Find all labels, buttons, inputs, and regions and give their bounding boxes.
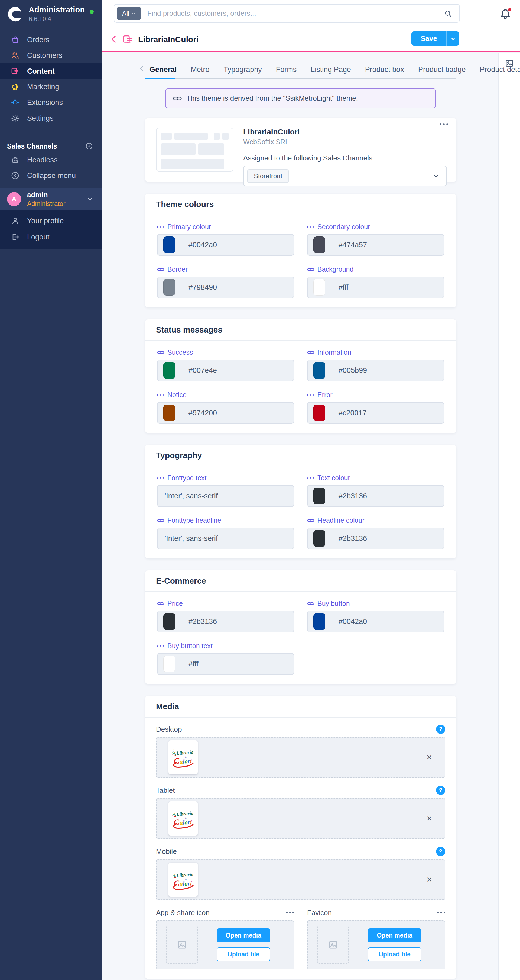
user-menu-item-profile[interactable]: Your profile <box>0 213 102 229</box>
global-search[interactable]: All <box>114 4 460 23</box>
media-slot-label: Desktop <box>156 725 182 733</box>
color-input[interactable]: #0042a0 <box>307 611 444 632</box>
sidebar-item-extensions[interactable]: Extensions <box>0 95 102 110</box>
notification-bell-button[interactable] <box>499 8 511 20</box>
upload-file-button[interactable]: Upload file <box>368 947 421 961</box>
save-context-button[interactable] <box>446 32 459 46</box>
tab-metro[interactable]: Metro <box>184 64 217 75</box>
help-icon[interactable]: ? <box>436 786 445 795</box>
color-swatch[interactable] <box>163 237 175 253</box>
inheritance-link-icon[interactable] <box>157 517 164 524</box>
sidebar-item-settings[interactable]: Settings <box>0 110 102 126</box>
upload-dropzone[interactable]: Open media Upload file <box>156 921 294 969</box>
help-icon[interactable]: ? <box>436 847 445 856</box>
open-media-button[interactable]: Open media <box>217 928 270 942</box>
color-input[interactable]: #005b99 <box>307 360 444 381</box>
tabs-scroll-left-icon[interactable] <box>138 65 145 72</box>
color-swatch[interactable] <box>313 613 325 630</box>
upload-dropzone[interactable]: Open media Upload file <box>307 921 445 969</box>
color-input[interactable]: #c20017 <box>307 402 444 424</box>
color-input[interactable]: #fff <box>157 653 294 675</box>
color-swatch[interactable] <box>163 655 175 672</box>
sidebar-item-headless[interactable]: Headless <box>0 152 102 168</box>
sales-channel-select[interactable]: Storefront <box>243 166 447 186</box>
inheritance-link-icon[interactable] <box>157 643 164 649</box>
slot-context-menu-button[interactable] <box>286 912 294 913</box>
help-icon[interactable]: ? <box>436 725 445 734</box>
text-input[interactable]: 'Inter', sans-serif <box>157 528 294 549</box>
color-input[interactable]: #798490 <box>157 277 294 298</box>
color-input[interactable]: #2b3136 <box>307 485 444 507</box>
inheritance-link-icon[interactable] <box>157 600 164 607</box>
inheritance-link-icon[interactable] <box>157 266 164 273</box>
inheritance-link-icon[interactable] <box>157 349 164 356</box>
color-swatch[interactable] <box>313 237 325 253</box>
content-cms-icon <box>11 67 19 75</box>
save-button[interactable]: Save <box>412 32 446 46</box>
color-swatch[interactable] <box>163 279 175 296</box>
user-menu-item-logout[interactable]: Logout <box>0 229 102 245</box>
text-input[interactable]: 'Inter', sans-serif <box>157 485 294 507</box>
sidebar-item-collapse-menu[interactable]: Collapse menu <box>0 168 102 183</box>
color-input[interactable]: #2b3136 <box>307 528 444 549</box>
search-input[interactable] <box>147 9 443 18</box>
field-label: Primary colour <box>167 223 211 231</box>
back-chevron-icon[interactable] <box>109 34 119 45</box>
color-swatch[interactable] <box>313 362 325 379</box>
upload-file-button[interactable]: Upload file <box>217 947 270 961</box>
remove-media-icon[interactable]: ✕ <box>426 875 432 884</box>
color-swatch[interactable] <box>313 530 325 547</box>
channel-tag-storefront[interactable]: Storefront <box>247 169 289 183</box>
media-thumbnail[interactable] <box>169 802 198 835</box>
sidebar-item-content[interactable]: Content <box>0 63 102 79</box>
inheritance-link-icon[interactable] <box>307 475 314 481</box>
sidebar-item-orders[interactable]: Orders <box>0 32 102 48</box>
remove-media-icon[interactable]: ✕ <box>426 753 432 762</box>
search-scope-dropdown[interactable]: All <box>117 7 141 20</box>
color-swatch[interactable] <box>313 488 325 504</box>
inheritance-link-icon[interactable] <box>307 349 314 356</box>
color-swatch[interactable] <box>163 362 175 379</box>
profile-person-icon <box>11 216 19 225</box>
inheritance-link-icon[interactable] <box>157 224 164 230</box>
inheritance-link-icon[interactable] <box>157 392 164 398</box>
media-dropzone[interactable]: ✕ <box>156 859 445 900</box>
color-swatch[interactable] <box>313 404 325 421</box>
inheritance-link-icon[interactable] <box>307 392 314 398</box>
media-thumbnail[interactable] <box>169 740 198 774</box>
inheritance-link-icon[interactable] <box>157 475 164 481</box>
user-menu-toggle[interactable]: A admin Administrator <box>0 188 102 210</box>
inheritance-link-icon[interactable] <box>307 600 314 607</box>
sidebar-item-marketing[interactable]: Marketing <box>0 79 102 95</box>
media-dropzone[interactable]: ✕ <box>156 798 445 839</box>
color-swatch[interactable] <box>313 279 325 296</box>
color-input[interactable]: #fff <box>307 277 444 298</box>
color-input[interactable]: #974200 <box>157 402 294 424</box>
tab-forms[interactable]: Forms <box>269 64 304 75</box>
tab-listing-page[interactable]: Listing Page <box>304 64 358 75</box>
inheritance-link-icon[interactable] <box>307 266 314 273</box>
tab-product-badge[interactable]: Product badge <box>411 64 473 75</box>
save-split-button[interactable]: Save <box>412 32 459 46</box>
color-input[interactable]: #007e4e <box>157 360 294 381</box>
inheritance-link-icon[interactable] <box>307 517 314 524</box>
add-sales-channel-icon[interactable] <box>85 142 93 150</box>
color-swatch[interactable] <box>163 404 175 421</box>
color-input[interactable]: #0042a0 <box>157 234 294 256</box>
slot-context-menu-button[interactable] <box>437 912 445 913</box>
open-media-button[interactable]: Open media <box>368 928 421 942</box>
theme-context-menu-button[interactable] <box>440 123 448 125</box>
remove-media-icon[interactable]: ✕ <box>426 815 432 823</box>
color-swatch[interactable] <box>163 613 175 630</box>
color-input[interactable]: #2b3136 <box>157 611 294 632</box>
media-slot-mobile: Mobile? ✕ <box>156 846 445 900</box>
media-thumbnail[interactable] <box>169 862 198 897</box>
inheritance-link-icon[interactable] <box>307 224 314 230</box>
tab-general[interactable]: General <box>145 64 184 75</box>
tab-product-box[interactable]: Product box <box>358 64 411 75</box>
media-dropzone[interactable]: ✕ <box>156 737 445 778</box>
tab-product-detail[interactable]: Product detail <box>473 64 520 75</box>
tab-typography[interactable]: Typography <box>217 64 269 75</box>
sidebar-item-customers[interactable]: Customers <box>0 48 102 63</box>
color-input[interactable]: #474a57 <box>307 234 444 256</box>
